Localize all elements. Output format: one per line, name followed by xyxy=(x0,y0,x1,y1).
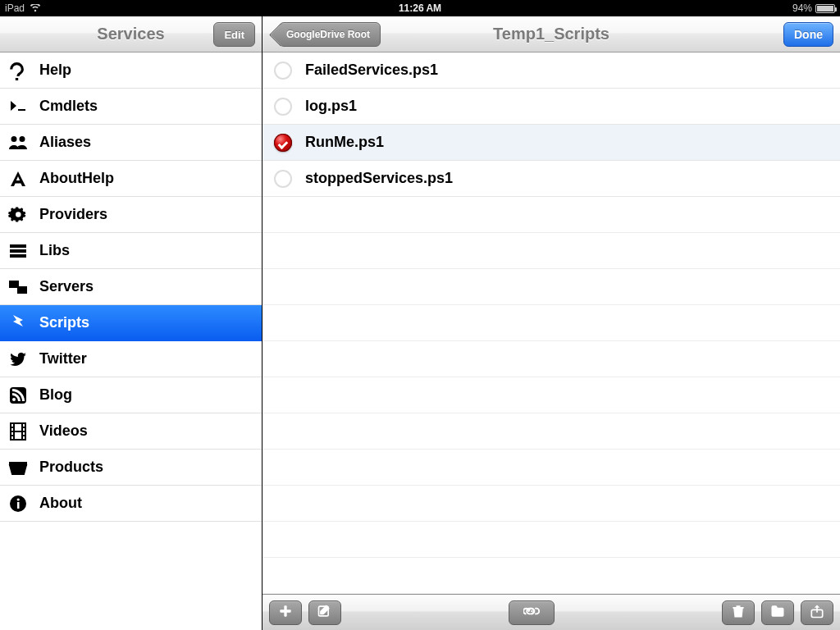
link-icon xyxy=(523,603,540,623)
sidebar-item-label: Twitter xyxy=(39,350,87,368)
status-bar: iPad 11:26 AM 94% xyxy=(0,0,840,16)
sidebar-item-libs[interactable]: Libs xyxy=(0,233,262,269)
rss-icon xyxy=(7,384,30,407)
trash-button[interactable] xyxy=(722,600,755,625)
sidebar-item-scripts[interactable]: Scripts xyxy=(0,305,262,341)
sidebar-item-cmdlets[interactable]: Cmdlets xyxy=(0,89,262,125)
sidebar-item-label: Blog xyxy=(39,386,72,404)
file-row[interactable]: RunMe.ps1 xyxy=(262,125,840,161)
file-row[interactable]: stoppedServices.ps1 xyxy=(262,161,840,197)
back-button-label: GoogleDrive Root xyxy=(286,29,370,40)
file-name: RunMe.ps1 xyxy=(305,134,384,151)
sidebar-item-servers[interactable]: Servers xyxy=(0,269,262,305)
trash-icon xyxy=(730,603,746,623)
people-icon xyxy=(7,131,30,154)
file-row[interactable]: FailedServices.ps1 xyxy=(262,52,840,89)
film-icon xyxy=(7,420,30,443)
file-name: log.ps1 xyxy=(305,98,357,115)
prompt-icon xyxy=(7,95,30,118)
battery-percent: 94% xyxy=(792,2,812,14)
organize-icon xyxy=(769,603,786,623)
share-icon xyxy=(809,603,825,623)
add-button[interactable] xyxy=(269,600,302,625)
sidebar-item-label: Scripts xyxy=(39,314,89,331)
gear-icon xyxy=(7,203,30,226)
battery-icon xyxy=(815,4,835,13)
sidebar-list[interactable]: HelpCmdletsAliasesAboutHelpProvidersLibs… xyxy=(0,52,262,630)
done-button-label: Done xyxy=(794,28,823,41)
file-row[interactable]: log.ps1 xyxy=(262,89,840,125)
device-label: iPad xyxy=(5,2,25,14)
sidebar-item-label: AboutHelp xyxy=(39,170,114,187)
sidebar-item-label: Products xyxy=(39,459,103,476)
wifi-icon xyxy=(30,4,41,12)
link-button[interactable] xyxy=(509,600,555,625)
main-header: GoogleDrive Root Temp1_Scripts Done xyxy=(262,16,840,52)
scripts-icon xyxy=(7,312,30,335)
sidebar-item-twitter[interactable]: Twitter xyxy=(0,341,262,377)
books-icon xyxy=(7,240,30,262)
compose-button[interactable] xyxy=(308,600,341,625)
sidebar-item-label: About xyxy=(39,495,82,512)
sidebar-item-providers[interactable]: Providers xyxy=(0,197,262,233)
toolbar xyxy=(262,594,840,630)
compose-icon xyxy=(317,603,333,623)
back-button[interactable]: GoogleDrive Root xyxy=(279,22,381,47)
select-radio[interactable] xyxy=(274,134,292,152)
sidebar-item-products[interactable]: Products xyxy=(0,450,262,486)
sidebar-item-abouthelp[interactable]: AboutHelp xyxy=(0,161,262,197)
question-icon xyxy=(7,59,30,82)
info-icon xyxy=(7,492,30,515)
sidebar-item-videos[interactable]: Videos xyxy=(0,413,262,450)
abouta-icon xyxy=(7,167,30,190)
select-radio[interactable] xyxy=(274,62,292,80)
file-name: stoppedServices.ps1 xyxy=(305,170,453,187)
sidebar-item-label: Cmdlets xyxy=(39,98,98,115)
sidebar: Services Edit HelpCmdletsAliasesAboutHel… xyxy=(0,16,262,630)
sidebar-item-label: Libs xyxy=(39,242,70,259)
done-button[interactable]: Done xyxy=(783,22,833,47)
sidebar-item-label: Aliases xyxy=(39,134,91,151)
select-radio[interactable] xyxy=(274,170,292,188)
sidebar-item-label: Providers xyxy=(39,206,107,223)
organize-button[interactable] xyxy=(761,600,794,625)
sidebar-item-label: Videos xyxy=(39,422,88,440)
page-title: Temp1_Scripts xyxy=(493,25,609,43)
file-list[interactable]: FailedServices.ps1log.ps1RunMe.ps1stoppe… xyxy=(262,52,840,594)
share-button[interactable] xyxy=(801,600,833,625)
edit-button[interactable]: Edit xyxy=(213,22,255,47)
sidebar-item-label: Help xyxy=(39,62,71,79)
main-pane: GoogleDrive Root Temp1_Scripts Done Fail… xyxy=(262,16,840,630)
sidebar-title: Services xyxy=(97,25,164,43)
sidebar-item-about[interactable]: About xyxy=(0,486,262,522)
file-name: FailedServices.ps1 xyxy=(305,62,438,79)
sidebar-header: Services Edit xyxy=(0,16,262,52)
twitter-icon xyxy=(7,348,30,371)
clock: 11:26 AM xyxy=(399,2,441,14)
edit-button-label: Edit xyxy=(224,29,244,41)
sidebar-item-label: Servers xyxy=(39,278,94,295)
servers-icon xyxy=(7,276,30,299)
sidebar-item-help[interactable]: Help xyxy=(0,52,262,89)
select-radio[interactable] xyxy=(274,98,292,116)
sidebar-item-blog[interactable]: Blog xyxy=(0,377,262,413)
sidebar-item-aliases[interactable]: Aliases xyxy=(0,125,262,161)
add-icon xyxy=(277,603,294,623)
products-icon xyxy=(7,456,30,479)
